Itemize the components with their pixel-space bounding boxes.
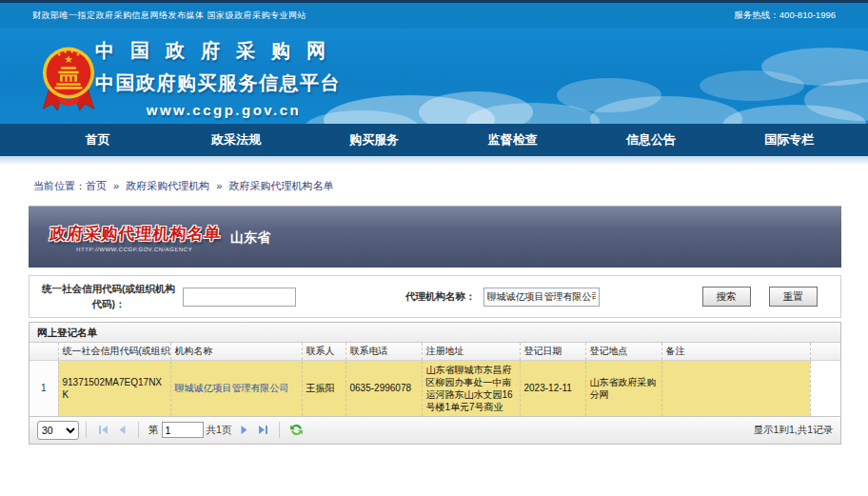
last-page-button[interactable] — [253, 421, 272, 440]
site-subtitle: 中国政府购买服务信息平台 — [95, 70, 352, 96]
breadcrumb-home-link[interactable]: 首页 — [86, 180, 107, 191]
nav-item-purchase-services[interactable]: 购买服务 — [306, 131, 444, 149]
nav-item-regulations[interactable]: 政采法规 — [167, 131, 305, 149]
site-slogan: 财政部唯一指定政府采购信息网络发布媒体 国家级政府采购专业网站 — [32, 10, 306, 22]
cell-phone: 0635-2996078 — [345, 360, 422, 416]
col-header-contact[interactable]: 联系人 — [302, 343, 345, 360]
cell-reg-place: 山东省政府采购分网 — [585, 360, 661, 416]
first-page-button[interactable] — [93, 421, 112, 440]
next-page-button[interactable] — [234, 421, 253, 440]
nav-item-supervision[interactable]: 监督检查 — [444, 131, 582, 149]
cell-reg-date: 2023-12-11 — [520, 360, 585, 416]
pager-divider — [279, 422, 280, 438]
svg-text:★: ★ — [64, 53, 73, 65]
main-nav: 首页 政采法规 购买服务 监督检查 信息公告 国际专栏 — [0, 124, 868, 156]
cell-address: 山东省聊城市东昌府区柳园办事处一中南运河路东山水文园16号楼1单元7号商业 — [422, 360, 520, 416]
refresh-icon — [289, 423, 304, 437]
refresh-button[interactable] — [286, 421, 306, 440]
col-header-address[interactable]: 注册地址 — [422, 343, 520, 360]
nav-item-announcements[interactable]: 信息公告 — [582, 131, 720, 149]
registration-grid: 网上登记名单 统一社会信用代码(或组织 机构名称 联系人 联系电话 注册地址 登… — [29, 322, 841, 445]
service-hotline: 服务热线：400-810-1996 — [734, 10, 836, 22]
svg-text:★: ★ — [63, 49, 68, 54]
breadcrumb: 当前位置：首页 » 政府采购代理机构 » 政府采购代理机构名单 — [33, 179, 868, 193]
code-field-label: 统一社会信用代码(或组织机构代码)： — [37, 282, 180, 310]
record-summary: 显示1到1,共1记录 — [754, 424, 833, 437]
col-header-reg-date[interactable]: 登记日期 — [520, 343, 585, 360]
col-header-name[interactable]: 机构名称 — [170, 343, 302, 360]
agency-name-label: 代理机构名称： — [405, 290, 476, 304]
cell-code: 91371502MA7EQ17NXK — [58, 360, 170, 416]
table-row[interactable]: 1 91371502MA7EQ17NXK 聊城诚亿项目管理有限公司 王振阳 06… — [30, 360, 840, 416]
top-bar: 财政部唯一指定政府采购信息网络发布媒体 国家级政府采购专业网站 服务热线：400… — [0, 0, 868, 29]
breadcrumb-separator: » — [216, 180, 222, 191]
page-size-select[interactable]: 30 — [37, 421, 79, 440]
grid-caption: 网上登记名单 — [30, 323, 840, 343]
breadcrumb-separator: » — [113, 180, 119, 191]
search-panel: 统一社会信用代码(或组织机构代码)： 代理机构名称： 搜索 重置 — [29, 275, 841, 318]
banner-title: 政府采购代理机构名单 — [49, 223, 222, 245]
search-button[interactable]: 搜索 — [702, 287, 751, 307]
next-page-icon — [238, 424, 250, 436]
cell-contact: 王振阳 — [302, 360, 345, 416]
first-page-icon — [97, 424, 109, 436]
breadcrumb-agency-link[interactable]: 政府采购代理机构 — [126, 180, 209, 191]
registration-table: 统一社会信用代码(或组织 机构名称 联系人 联系电话 注册地址 登记日期 登记地… — [30, 343, 840, 416]
nav-bottom-strip — [0, 156, 868, 164]
banner-title-block: 政府采购代理机构名单 HTTP://WWW.CCGP.GOV.CN/AGENCY — [49, 223, 222, 252]
reset-button[interactable]: 重置 — [769, 287, 818, 307]
col-header-reg-place[interactable]: 登记地点 — [585, 343, 661, 360]
table-header-row: 统一社会信用代码(或组织 机构名称 联系人 联系电话 注册地址 登记日期 登记地… — [30, 343, 840, 360]
agency-detail-link[interactable]: 聊城诚亿项目管理有限公司 — [175, 383, 289, 393]
last-page-icon — [257, 424, 269, 436]
pager-divider — [86, 422, 87, 438]
section-banner: 政府采购代理机构名单 HTTP://WWW.CCGP.GOV.CN/AGENCY… — [29, 206, 841, 268]
cell-remark — [661, 360, 810, 416]
col-header-phone[interactable]: 联系电话 — [345, 343, 422, 360]
row-number-header — [30, 343, 58, 360]
site-title-block: 中国政府采购网 中国政府购买服务信息平台 www.ccgp.gov.cn — [95, 38, 352, 118]
site-url: www.ccgp.gov.cn — [95, 102, 352, 118]
cell-filler — [810, 360, 840, 416]
breadcrumb-agency-list-link[interactable]: 政府采购代理机构名单 — [229, 180, 334, 191]
pager-divider — [138, 422, 139, 438]
banner-province: 山东省 — [230, 229, 270, 247]
pagination-bar: 30 第 共1页 显示1到1,共1记录 — [30, 416, 840, 444]
page-prefix-label: 第 — [148, 424, 159, 437]
site-title: 中国政府采购网 — [95, 38, 352, 64]
total-pages-label: 共1页 — [207, 424, 232, 437]
svg-text:★: ★ — [69, 49, 74, 54]
national-emblem-logo: ★ ★ ★ ★ ★ — [34, 41, 103, 115]
col-header-remark[interactable]: 备注 — [661, 343, 810, 360]
col-header-code[interactable]: 统一社会信用代码(或组织 — [58, 343, 170, 360]
svg-text:★: ★ — [57, 52, 62, 58]
previous-page-icon — [116, 424, 128, 436]
banner-url: HTTP://WWW.CCGP.GOV.CN/AGENCY — [49, 247, 220, 252]
site-header: ★ ★ ★ ★ ★ 中国政府采购网 中国政府购买服务信息平台 www.ccgp.… — [0, 29, 868, 124]
cell-row-number: 1 — [30, 360, 58, 416]
svg-text:★: ★ — [75, 52, 80, 58]
nav-item-home[interactable]: 首页 — [29, 131, 167, 149]
page-number-input[interactable] — [162, 422, 204, 438]
agency-name-input[interactable] — [483, 288, 600, 307]
col-header-filler — [810, 343, 840, 360]
cell-name: 聊城诚亿项目管理有限公司 — [170, 360, 302, 416]
code-input[interactable] — [183, 288, 296, 307]
breadcrumb-prefix: 当前位置： — [33, 180, 86, 191]
previous-page-button[interactable] — [112, 421, 131, 440]
nav-item-international[interactable]: 国际专栏 — [720, 131, 858, 149]
